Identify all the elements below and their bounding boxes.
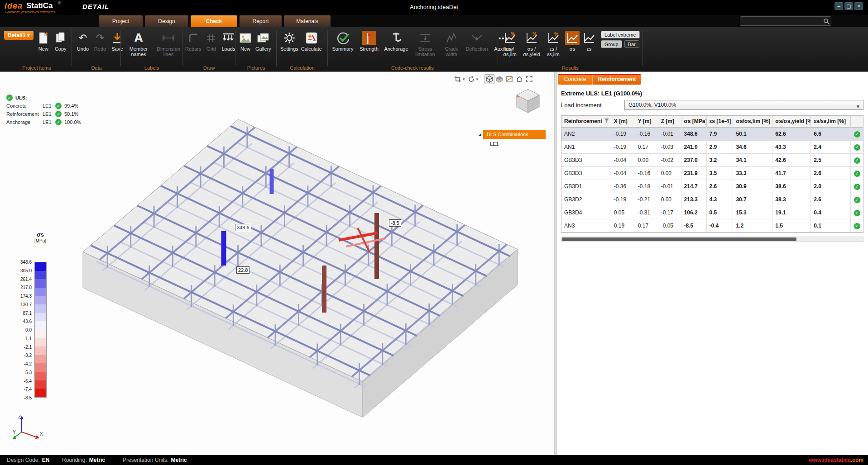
uls-row-case: LE1	[43, 119, 55, 125]
stress-limitation-button[interactable]: Stress limitation	[412, 31, 438, 57]
summary-button[interactable]: Summary	[331, 31, 355, 52]
scale-tick: -7.4	[24, 387, 32, 392]
status-bar: Design Code:EN Rounding:Metric Presentat…	[0, 455, 868, 465]
table-cell: 38.3	[772, 193, 811, 206]
tab-report[interactable]: Report	[240, 15, 282, 27]
column-header[interactable]: X [m]	[611, 116, 635, 128]
strength-button[interactable]: Strength	[358, 31, 380, 52]
maximize-button[interactable]: ▢	[844, 2, 853, 10]
table-cell: AN3	[561, 219, 611, 232]
table-row[interactable]: GB3D2-0.19-0.210.00213.34.330.738.32.6✓	[561, 193, 863, 206]
ideastatica-link[interactable]: www.ideastatica.com	[809, 457, 863, 463]
rotate-view-icon[interactable]	[466, 74, 476, 84]
table-cell: 43.3	[772, 141, 811, 154]
close-button[interactable]: ×	[854, 2, 863, 10]
uls-row-value: 99.4%	[64, 103, 78, 109]
table-row[interactable]: AN30.190.17-0.05-8.5-0.41.21.50.1✓	[561, 219, 863, 232]
table-row[interactable]: GB3D3-0.040.00-0.02237.03.234.142.62.5✓	[561, 154, 863, 167]
column-header[interactable]: Y [m]	[635, 116, 658, 128]
result-epsilon-button[interactable]: εs	[582, 31, 596, 52]
loads-button[interactable]: Loads	[221, 31, 235, 52]
3d-model-canvas[interactable]	[0, 72, 554, 456]
table-row[interactable]: AN1-0.190.17-0.03241.02.934.643.32.4✓	[561, 141, 863, 154]
group-results: % σs / σs,lim % σs / σs,yield % εs / εs,…	[499, 27, 642, 71]
tab-materials[interactable]: Materials	[284, 15, 331, 27]
scale-tick: -2.1	[24, 345, 32, 350]
calculate-button[interactable]: Calculate	[301, 31, 322, 52]
deflection-button[interactable]: Deflection	[465, 31, 489, 52]
redo-button[interactable]: ↷ Redo	[93, 31, 107, 52]
tab-design[interactable]: Design	[145, 15, 188, 27]
undo-button[interactable]: ↶ Undo	[76, 31, 90, 52]
column-header[interactable]	[851, 116, 863, 128]
navigation-cube[interactable]	[513, 87, 543, 117]
new-project-item-button[interactable]: New	[36, 31, 51, 52]
result-epsilon-lim-button[interactable]: % εs / εs,lim	[544, 31, 562, 57]
fullscreen-icon[interactable]	[524, 74, 534, 84]
check-icon: ✓	[55, 103, 62, 109]
group-toggle-button[interactable]: Group	[601, 40, 622, 48]
table-row[interactable]: GB3D3-0.04-0.160.00231.93.533.341.72.6✓	[561, 167, 863, 180]
label-extreme-button[interactable]: Label extreme	[601, 31, 640, 38]
rebars-button[interactable]: Rebars	[185, 31, 201, 52]
tree-item-le1[interactable]: LE1	[490, 141, 499, 147]
result-sigma-yield-button[interactable]: % σs / σs,yield	[522, 31, 542, 57]
tab-project[interactable]: Project	[99, 15, 143, 27]
section-plane-icon[interactable]	[504, 74, 514, 84]
table-cell: 38.6	[772, 180, 811, 193]
tree-collapse-icon[interactable]: ◢	[478, 132, 481, 137]
strength-icon	[362, 31, 376, 45]
tab-check[interactable]: Check	[191, 15, 237, 27]
crop-view-icon[interactable]	[453, 74, 463, 84]
crack-width-button[interactable]: Crack width	[441, 31, 462, 57]
detail1-selector[interactable]: Detail1 ▾	[4, 31, 34, 40]
search-input[interactable]	[742, 17, 820, 25]
check-icon: ✓	[854, 157, 860, 164]
column-header[interactable]: Z [m]	[658, 116, 681, 128]
new-picture-button[interactable]: New	[238, 31, 253, 52]
grid-button[interactable]: Grid	[204, 31, 218, 52]
gallery-button[interactable]: Gallery	[255, 31, 271, 52]
table-row[interactable]: AN2-0.19-0.16-0.01348.67.950.162.66.6✓	[561, 128, 863, 141]
3d-viewport[interactable]: ▾ ▾	[0, 72, 554, 456]
anchorage-button[interactable]: Anchorage	[383, 31, 409, 52]
home-view-icon[interactable]	[514, 74, 524, 84]
reinforcement-tab[interactable]: Reinforcement	[592, 74, 641, 85]
load-increment-label: Load increment	[561, 102, 602, 109]
column-header[interactable]: σs/σs,yield [%]	[772, 116, 811, 128]
check-icon: ✓	[854, 131, 860, 138]
reinforcement-results-table: ReinforcementX [m]Y [m]Z [m]σs [MPa]εs […	[561, 115, 863, 233]
table-cell: 0.17	[635, 141, 658, 154]
wireframe-view-icon[interactable]	[484, 74, 494, 84]
copy-button[interactable]: Copy	[53, 31, 68, 52]
concrete-tab[interactable]: Concrete	[558, 74, 592, 85]
loads-icon	[221, 31, 235, 45]
column-header[interactable]: εs [1e-4]	[707, 116, 734, 128]
minimize-button[interactable]: –	[834, 2, 843, 10]
column-header[interactable]: Reinforcement	[561, 116, 611, 128]
dimension-lines-button[interactable]: Dimension lines	[154, 31, 182, 57]
extreme-uls-title: Extreme ULS: LE1 (G100.0%)	[561, 90, 642, 97]
rotate-dropdown-icon[interactable]: ▾	[476, 77, 479, 81]
summary-check-icon	[336, 31, 350, 45]
search-icon[interactable]	[823, 18, 830, 26]
result-sigma-button[interactable]: σs	[565, 31, 580, 52]
load-increment-dropdown[interactable]: G100.0%, V100.0% ▼	[624, 100, 863, 110]
crop-dropdown-icon[interactable]: ▾	[463, 77, 465, 81]
h-scrollbar-thumb[interactable]	[562, 237, 796, 241]
member-names-button[interactable]: A Member names	[125, 31, 152, 57]
settings-button[interactable]: Settings	[280, 31, 298, 52]
table-row[interactable]: GB3D40.05-0.31-0.17106.20.515.319.10.4✓	[561, 206, 863, 219]
table-cell: 213.3	[681, 193, 707, 206]
column-header[interactable]: σs/σs,lim [%]	[733, 116, 772, 128]
scale-unit: [MPa]	[29, 238, 52, 243]
check-icon: ✓	[854, 144, 860, 151]
solid-view-icon[interactable]	[494, 74, 504, 84]
tree-item-uls-combinations[interactable]: ULS Combinations	[483, 130, 546, 139]
table-cell: 2.5	[811, 154, 851, 167]
bar-toggle-button[interactable]: Bar	[624, 40, 639, 48]
column-header[interactable]: εs/εs,lim [%]	[811, 116, 851, 128]
column-header[interactable]: σs [MPa]	[681, 116, 707, 128]
result-sigma-lim-button[interactable]: % σs / σs,lim	[501, 31, 519, 57]
table-row[interactable]: GB3D1-0.36-0.18-0.01214.72.630.938.62.0✓	[561, 180, 863, 193]
